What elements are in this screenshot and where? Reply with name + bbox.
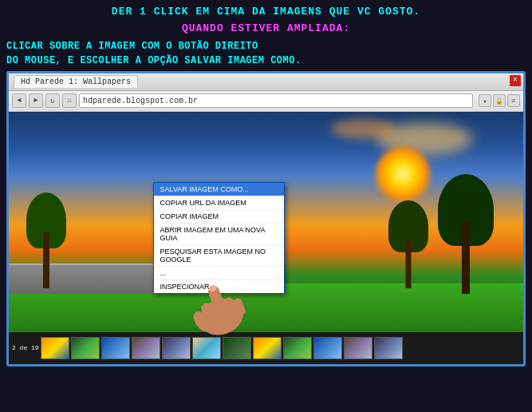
tree-trunk-left [43,232,49,288]
film-thumbnail[interactable] [313,337,342,359]
window-close-button[interactable]: × [510,75,521,86]
tree-trunk-r2 [406,240,412,288]
film-thumbnail[interactable] [71,337,100,359]
film-thumb-image [375,338,402,359]
context-menu-item[interactable]: COPIAR URL DA IMAGEM [154,196,284,210]
forward-button[interactable]: ► [29,93,43,108]
lock-icon: 🔒 [493,94,506,107]
sun-glow [375,146,431,202]
instruction-line-2: QUANDO ESTIVER AMPLIADA: [6,21,526,38]
address-text: hdparede.blogspot.com.br [83,97,198,105]
film-thumbnail[interactable] [283,337,312,359]
instruction-line-3a: CLICAR SOBRE A IMAGEM COM O BOTÃO DIREIT… [6,41,258,52]
instruction-line-1: DER 1 CLICK EM CIMA DA IMAGENS QUE VC GO… [6,5,526,19]
filmstrip-counter: 2 de 19 [12,344,39,351]
instruction-line-3b: DO MOUSE, E ESCOLHER A OPÇÃO SALVAR IMAG… [6,55,301,66]
refresh-button[interactable]: ↻ [45,93,60,108]
film-thumb-image [72,338,99,359]
context-menu-item[interactable]: COPIAR IMAGEM [154,210,284,224]
film-thumbnail[interactable] [41,337,69,359]
browser-content: SALVAR IMAGEM COMO...COPIAR URL DA IMAGE… [9,112,523,364]
tree-right-1 [450,174,482,294]
film-thumb-image [132,338,160,359]
film-thumb-image [41,338,69,359]
tree-trunk-r1 [462,222,470,294]
browser-toolbar: ◄ ► ↻ ⌂ hdparede.blogspot.com.br ★ 🔒 ≡ [9,91,523,112]
film-thumb-image [345,338,372,359]
film-thumbnail[interactable] [132,337,160,359]
film-thumb-image [102,338,129,359]
film-thumbnail[interactable] [101,337,130,359]
page-wrapper: DER 1 CLICK EM CIMA DA IMAGENS QUE VC GO… [0,0,532,412]
film-thumbnail[interactable] [374,337,403,359]
browser-titlebar: Hd Parede 1: Wallpapers × [9,73,523,91]
instruction-line-3: CLICAR SOBRE A IMAGEM COM O BOTÃO DIREIT… [6,39,526,68]
tree-left [34,192,58,288]
tree-right-2 [396,200,420,288]
film-thumbnail[interactable] [344,337,372,359]
top-text-area: DER 1 CLICK EM CIMA DA IMAGENS QUE VC GO… [0,0,532,71]
browser-tab[interactable]: Hd Parede 1: Wallpapers [14,75,138,88]
hand-cursor [173,264,269,344]
context-menu-item[interactable]: ABRIR IMAGEM EM UMA NOVA GUIA [154,224,284,245]
cloud-2 [331,119,395,139]
bookmark-star-icon[interactable]: ★ [479,94,491,107]
tab-label: Hd Parede 1: Wallpapers [21,77,131,86]
context-menu-item[interactable]: SALVAR IMAGEM COMO... [154,183,284,196]
browser-window: Hd Parede 1: Wallpapers × ◄ ► ↻ ⌂ hdpare… [6,71,526,366]
back-button[interactable]: ◄ [12,93,26,108]
home-button[interactable]: ⌂ [62,93,77,108]
film-thumb-image [314,338,341,359]
address-bar[interactable]: hdparede.blogspot.com.br [79,93,473,108]
browser-icons: ★ 🔒 ≡ [479,94,520,107]
film-thumb-image [284,338,311,359]
menu-icon[interactable]: ≡ [507,94,520,107]
